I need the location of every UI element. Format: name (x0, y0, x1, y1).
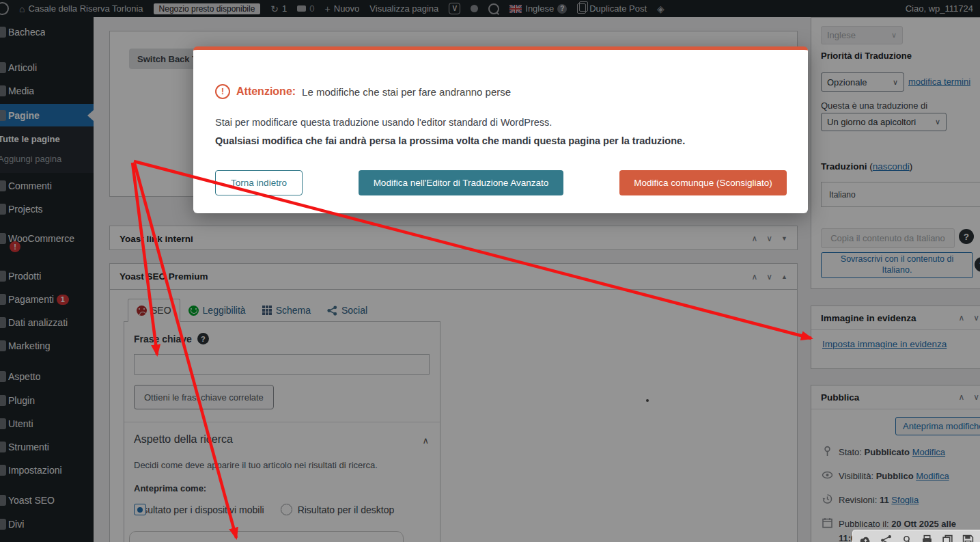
dialog-text-1: Stai per modificare questa traduzione us… (215, 117, 552, 128)
cursor-dot (646, 399, 649, 402)
warning-line: ! Attenzione: Le modifiche che stai per … (215, 84, 511, 99)
print-icon[interactable] (921, 534, 933, 542)
wordpress-admin-page: ⌂ Casale della Riserva Torlonia Negozio … (0, 0, 980, 542)
screenshot-toolbar (852, 530, 980, 542)
copy-icon[interactable] (942, 534, 953, 542)
go-back-button[interactable]: Torna indietro (215, 170, 303, 195)
warning-icon: ! (215, 84, 230, 99)
advanced-editor-button[interactable]: Modifica nell'Editor di Traduzione Avanz… (359, 170, 563, 195)
signature-icon[interactable] (901, 534, 912, 542)
translation-warning-dialog: ! Attenzione: Le modifiche che stai per … (193, 46, 808, 213)
share-icon[interactable] (880, 534, 892, 542)
dialog-text-2: Qualsiasi modifica che fai andrà persa l… (215, 135, 685, 146)
edit-anyway-button[interactable]: Modifica comunque (Sconsigliato) (619, 170, 787, 195)
cloud-upload-icon[interactable] (860, 534, 871, 542)
save-icon[interactable] (962, 534, 974, 542)
